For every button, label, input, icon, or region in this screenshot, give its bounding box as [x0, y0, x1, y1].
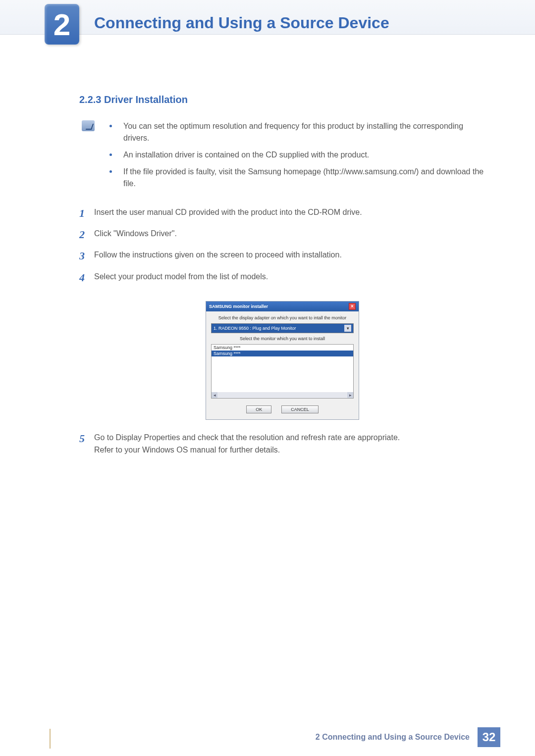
chapter-number: 2: [54, 7, 70, 42]
steps-list-cont: 5 Go to Display Properties and check tha…: [79, 430, 485, 456]
step: 1 Insert the user manual CD provided wit…: [79, 204, 485, 222]
step-text: Go to Display Properties and check that …: [94, 430, 485, 456]
dialog-title-text: SAMSUNG monitor installer: [209, 304, 268, 309]
chapter-title: Connecting and Using a Source Device: [94, 14, 389, 32]
monitor-listbox[interactable]: Samsung **** Samsung **** ◂ ▸: [211, 344, 354, 399]
step-text: Follow the instructions given on the scr…: [94, 247, 485, 264]
list-item[interactable]: Samsung ****: [212, 351, 353, 356]
note-icon: [82, 120, 95, 131]
dialog-titlebar: SAMSUNG monitor installer ×: [206, 302, 359, 311]
scroll-left-icon[interactable]: ◂: [212, 392, 217, 398]
footer-chapter-ref: 2 Connecting and Using a Source Device: [316, 733, 470, 742]
step-number: 3: [79, 247, 94, 264]
adapter-select-value: 1. RADEON 9550 : Plug and Play Monitor: [214, 326, 296, 331]
step: 5 Go to Display Properties and check tha…: [79, 430, 485, 456]
steps-list: 1 Insert the user manual CD provided wit…: [79, 204, 485, 286]
section-heading: 2.2.3 Driver Installation: [79, 94, 485, 105]
footer: 2 Connecting and Using a Source Device 3…: [316, 727, 500, 747]
note-item: An installation driver is contained on t…: [109, 149, 485, 161]
step-text: Select your product model from the list …: [94, 269, 485, 286]
note-block: You can set the optimum resolution and f…: [79, 120, 485, 195]
step-text: Insert the user manual CD provided with …: [94, 204, 485, 222]
step-number: 1: [79, 204, 94, 222]
chapter-badge: 2: [45, 4, 79, 45]
monitor-label: Select the monitor which you want to ins…: [211, 336, 354, 341]
step: 3 Follow the instructions given on the s…: [79, 247, 485, 264]
note-item: You can set the optimum resolution and f…: [109, 120, 485, 144]
adapter-label: Select the display adapter on which you …: [211, 315, 354, 320]
cancel-button[interactable]: CANCEL: [281, 405, 319, 413]
scroll-right-icon[interactable]: ▸: [347, 392, 353, 398]
step: 2 Click "Windows Driver".: [79, 226, 485, 243]
content: 2.2.3 Driver Installation You can set th…: [0, 35, 535, 456]
dropdown-arrow-icon: ▾: [344, 325, 351, 332]
step-number: 4: [79, 269, 94, 286]
step-text-extra: Refer to your Windows OS manual for furt…: [94, 446, 280, 454]
dialog-body: Select the display adapter on which you …: [206, 311, 359, 419]
footer-accent-bar: [50, 729, 51, 749]
step-text-line: Go to Display Properties and check that …: [94, 433, 400, 442]
installer-dialog: SAMSUNG monitor installer × Select the d…: [206, 301, 359, 420]
page: 2 Connecting and Using a Source Device 2…: [0, 0, 535, 756]
ok-button[interactable]: OK: [246, 405, 271, 413]
dialog-button-row: OK CANCEL: [211, 405, 354, 413]
chapter-header: 2 Connecting and Using a Source Device: [0, 0, 535, 35]
adapter-select[interactable]: 1. RADEON 9550 : Plug and Play Monitor ▾: [211, 323, 354, 333]
step-number: 5: [79, 430, 94, 456]
list-item[interactable]: Samsung ****: [212, 345, 353, 351]
step-text: Click "Windows Driver".: [94, 226, 485, 243]
step: 4 Select your product model from the lis…: [79, 269, 485, 286]
horizontal-scrollbar[interactable]: ◂ ▸: [212, 392, 353, 398]
step-number: 2: [79, 226, 94, 243]
note-list: You can set the optimum resolution and f…: [109, 120, 485, 195]
dialog-close-button[interactable]: ×: [349, 303, 356, 310]
note-item: If the file provided is faulty, visit th…: [109, 166, 485, 190]
page-number: 32: [478, 727, 500, 747]
